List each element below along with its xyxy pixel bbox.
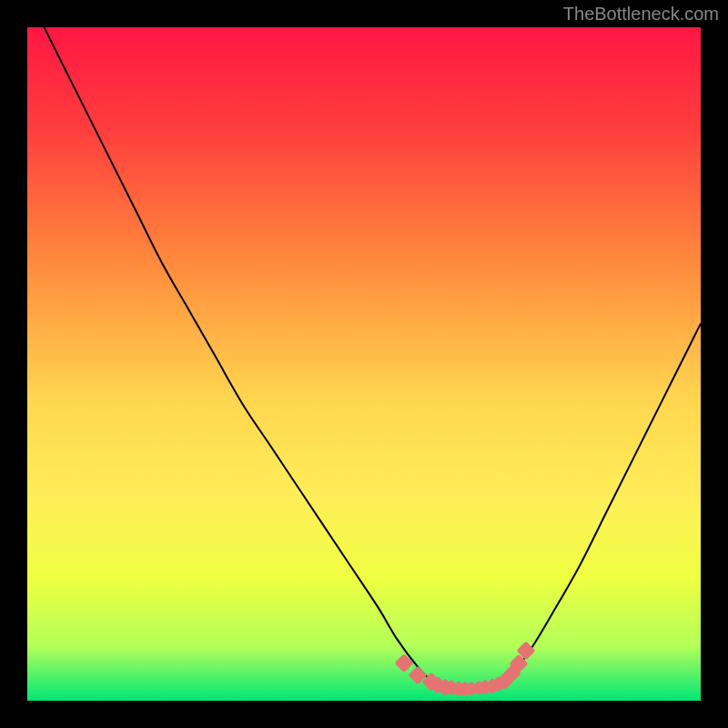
bottleneck-curve — [27, 27, 701, 689]
curve-layer — [27, 27, 701, 701]
watermark-text: TheBottleneck.com — [563, 4, 719, 25]
plot-area — [27, 27, 701, 701]
